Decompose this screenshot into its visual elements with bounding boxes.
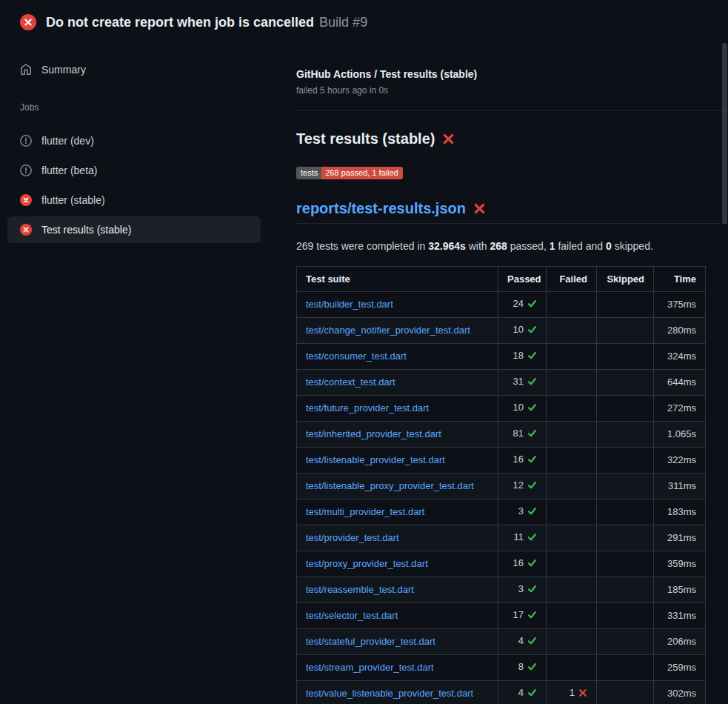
passed-cell: 31: [498, 370, 547, 396]
skipped-cell: [597, 474, 654, 499]
badge-label: tests: [296, 167, 321, 179]
failed-cell: [547, 422, 597, 448]
suite-cell: test/selector_test.dart: [297, 603, 498, 629]
suite-link[interactable]: test/stream_provider_test.dart: [306, 662, 434, 673]
failed-cell: [547, 525, 597, 551]
job-label: flutter (beta): [41, 165, 97, 176]
suite-link[interactable]: test/listenable_provider_test.dart: [306, 454, 445, 465]
failed-status-icon: [20, 14, 36, 30]
suite-link[interactable]: test/selector_test.dart: [306, 610, 398, 621]
suite-link[interactable]: test/consumer_test.dart: [306, 351, 407, 362]
suite-link[interactable]: test/listenable_proxy_provider_test.dart: [306, 480, 474, 491]
suite-link[interactable]: test/provider_test.dart: [306, 532, 399, 543]
suite-cell: test/listenable_provider_test.dart: [297, 448, 498, 474]
suite-link[interactable]: test/future_provider_test.dart: [306, 402, 429, 414]
table-row: test/builder_test.dart24375ms: [297, 292, 706, 318]
suite-cell: test/consumer_test.dart: [297, 344, 498, 370]
suite-cell: test/provider_test.dart: [297, 525, 498, 551]
check-icon: [527, 610, 537, 622]
suite-cell: test/value_listenable_provider_test.dart: [297, 681, 498, 704]
suite-link[interactable]: test/value_listenable_provider_test.dart: [306, 688, 473, 699]
check-run-header: Do not create report when job is cancell…: [0, 0, 728, 41]
suite-cell: test/stateful_provider_test.dart: [297, 629, 498, 655]
sidebar-item-flutter-dev[interactable]: flutter (dev): [7, 127, 261, 154]
skipped-cell: [597, 396, 654, 422]
scrollbar-thumb[interactable]: [722, 43, 727, 224]
failed-cell: [547, 396, 597, 422]
time-cell: 185ms: [654, 577, 706, 603]
check-icon: [527, 532, 537, 545]
failed-cell: [547, 448, 597, 474]
results-table-body: test/builder_test.dart24375mstest/change…: [297, 292, 706, 704]
page-title: Do not create report when job is cancell…: [46, 15, 314, 30]
suite-cell: test/proxy_provider_test.dart: [297, 551, 498, 577]
suite-link[interactable]: test/stateful_provider_test.dart: [306, 636, 435, 647]
x-circle-icon: [20, 194, 32, 206]
job-label: flutter (dev): [41, 135, 94, 147]
skipped-cell: [597, 603, 654, 629]
suite-cell: test/future_provider_test.dart: [297, 396, 498, 422]
suite-link[interactable]: test/reassemble_test.dart: [306, 584, 414, 595]
sidebar-item-summary[interactable]: Summary: [7, 56, 261, 83]
table-row: test/reassemble_test.dart3185ms: [297, 577, 706, 603]
passed-cell: 24: [498, 292, 547, 318]
suite-link[interactable]: test/change_notifier_provider_test.dart: [306, 325, 470, 336]
passed-cell: 18: [498, 344, 547, 370]
failed-cell: [547, 551, 597, 577]
section-title: Test results (stable): [296, 130, 728, 147]
column-header: Time: [654, 267, 706, 292]
passed-cell: 4: [498, 681, 547, 704]
suite-cell: test/stream_provider_test.dart: [297, 655, 498, 681]
report-link[interactable]: reports/test-results.json: [296, 200, 466, 217]
table-row: test/provider_test.dart11291ms: [297, 525, 706, 551]
check-icon: [527, 506, 537, 519]
sidebar-item-flutter-stable[interactable]: flutter (stable): [7, 187, 261, 213]
suite-link[interactable]: test/proxy_provider_test.dart: [306, 558, 428, 569]
time-cell: 311ms: [654, 474, 706, 499]
table-row: test/inherited_provider_test.dart811.065…: [297, 422, 706, 448]
failed-x-icon: [442, 133, 455, 145]
skipped-cell: [597, 525, 654, 551]
sidebar-item-flutter-beta[interactable]: flutter (beta): [7, 157, 261, 184]
home-icon: [20, 64, 32, 76]
time-cell: 280ms: [654, 318, 706, 344]
results-table-head-row: Test suitePassedFailedSkippedTime: [297, 267, 706, 292]
suite-cell: test/context_test.dart: [297, 370, 498, 396]
skipped-cell: [597, 681, 654, 704]
failed-cell: [547, 474, 597, 499]
passed-cell: 10: [498, 396, 547, 422]
jobs-section-label: Jobs: [7, 102, 261, 113]
time-cell: 206ms: [654, 629, 706, 655]
suite-link[interactable]: test/builder_test.dart: [306, 299, 393, 310]
check-icon: [527, 351, 537, 363]
suite-link[interactable]: test/context_test.dart: [306, 376, 395, 388]
time-cell: 331ms: [654, 603, 706, 629]
check-icon: [527, 325, 537, 337]
passed-cell: 16: [498, 448, 547, 474]
check-icon: [527, 558, 537, 571]
report-title: reports/test-results.json: [296, 200, 728, 224]
x-icon: [578, 688, 587, 700]
column-header: Skipped: [597, 267, 654, 292]
failed-cell: [547, 344, 597, 370]
check-icon: [527, 584, 537, 597]
table-row: test/consumer_test.dart18324ms: [297, 344, 706, 370]
failed-cell: [547, 603, 597, 629]
column-header: Failed: [547, 267, 597, 292]
skipped-cell: [597, 448, 654, 474]
skipped-cell: [597, 499, 654, 525]
suite-link[interactable]: test/multi_provider_test.dart: [306, 506, 424, 517]
skipped-cell: [597, 370, 654, 396]
suite-cell: test/inherited_provider_test.dart: [297, 422, 498, 448]
sidebar-item-test-results-stable[interactable]: Test results (stable): [7, 216, 261, 243]
suite-link[interactable]: test/inherited_provider_test.dart: [306, 428, 441, 439]
skipped-cell: [597, 655, 654, 681]
passed-cell: 3: [498, 577, 547, 603]
passed-cell: 4: [498, 629, 547, 655]
skipped-cell: [597, 318, 654, 344]
time-cell: 1.065s: [654, 422, 706, 448]
time-cell: 644ms: [654, 370, 706, 396]
time-cell: 359ms: [654, 551, 706, 577]
time-cell: 291ms: [654, 525, 706, 551]
table-row: test/stateful_provider_test.dart4206ms: [297, 629, 706, 655]
